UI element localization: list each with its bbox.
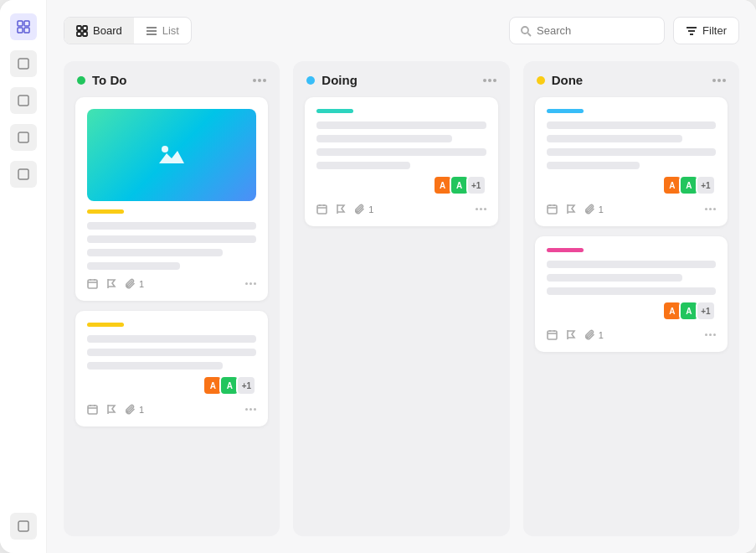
column-title-todo: To Do: [92, 73, 126, 87]
card-tag: [87, 209, 124, 214]
column-menu-done[interactable]: [712, 79, 726, 82]
avatars: A A +1: [87, 375, 256, 395]
card-doing-1[interactable]: A A +1: [305, 97, 497, 226]
status-dot-doing: [306, 76, 315, 85]
card-more-menu[interactable]: [476, 208, 486, 210]
card-footer: 1: [547, 329, 716, 340]
attachment-icon: [126, 278, 136, 289]
flag-icon-wrap[interactable]: [106, 278, 117, 289]
flag-icon: [566, 329, 577, 340]
card-todo-2[interactable]: A A +1: [75, 311, 268, 426]
attachment-icon-wrap[interactable]: 1: [126, 404, 144, 415]
text-line: [87, 222, 256, 230]
attachment-icon: [585, 204, 596, 214]
card-icons: 1: [316, 204, 373, 214]
toolbar-right: Filter: [509, 17, 739, 44]
sidebar-icon-layout[interactable]: [10, 13, 37, 40]
column-doing: Doing A A +1: [293, 61, 509, 536]
text-line: [316, 135, 452, 142]
column-done: Done A A +1: [523, 61, 739, 536]
status-dot-todo: [77, 76, 85, 85]
card-icons: 1: [547, 329, 604, 340]
card-footer: 1: [316, 204, 486, 214]
column-title-done: Done: [552, 73, 584, 87]
filter-icon: [686, 25, 697, 37]
view-toggle: Board List: [64, 17, 192, 44]
svg-rect-30: [317, 205, 327, 214]
sidebar-icon-bottom[interactable]: [10, 513, 37, 540]
text-line: [87, 249, 223, 256]
svg-rect-22: [88, 280, 97, 288]
card-more-menu[interactable]: [705, 333, 716, 336]
svg-rect-2: [18, 28, 23, 33]
svg-point-16: [522, 27, 528, 34]
card-footer: 1: [87, 404, 256, 415]
svg-rect-38: [548, 331, 557, 339]
svg-rect-3: [24, 28, 29, 33]
sidebar-icon-3[interactable]: [10, 124, 37, 151]
svg-rect-5: [18, 96, 28, 106]
flag-icon-wrap[interactable]: [566, 204, 577, 214]
avatar-plus: +1: [466, 175, 486, 195]
search-box[interactable]: [509, 17, 665, 44]
card-done-2[interactable]: A A +1: [535, 236, 728, 352]
calendar-icon-wrap[interactable]: [547, 329, 558, 340]
svg-rect-34: [548, 205, 557, 214]
sidebar: [0, 0, 47, 553]
sidebar-icon-4[interactable]: [10, 161, 37, 188]
calendar-icon-wrap[interactable]: [87, 404, 98, 415]
card-image: [87, 109, 256, 201]
text-line: [547, 274, 682, 282]
calendar-icon: [547, 329, 558, 340]
sidebar-icon-1[interactable]: [10, 50, 37, 77]
svg-rect-0: [18, 21, 23, 26]
text-line: [87, 235, 256, 243]
flag-icon-wrap[interactable]: [106, 404, 117, 415]
main-content: Board List Filter: [47, 0, 756, 553]
app-container: Board List Filter: [0, 0, 756, 553]
filter-button[interactable]: Filter: [673, 17, 739, 44]
attachment-icon-wrap[interactable]: 1: [585, 329, 604, 340]
flag-icon-wrap[interactable]: [336, 204, 347, 214]
card-more-menu[interactable]: [705, 208, 716, 210]
card-more-menu[interactable]: [245, 408, 256, 411]
text-line: [87, 349, 256, 356]
svg-rect-1: [24, 21, 29, 26]
search-input[interactable]: [537, 24, 654, 37]
calendar-icon-wrap[interactable]: [316, 204, 327, 214]
column-todo: To Do: [64, 61, 280, 536]
text-line: [316, 121, 486, 129]
list-view-button[interactable]: List: [134, 18, 191, 44]
svg-rect-7: [18, 169, 28, 179]
attachment-icon: [585, 329, 596, 340]
attachment-icon-wrap[interactable]: 1: [585, 204, 604, 214]
card-tag: [547, 109, 584, 113]
text-line: [547, 287, 716, 295]
card-tag: [547, 248, 584, 252]
column-header-doing: Doing: [305, 73, 497, 87]
card-todo-1[interactable]: 1: [75, 97, 268, 301]
sidebar-icon-2[interactable]: [10, 87, 37, 114]
card-done-1[interactable]: A A +1: [535, 97, 728, 226]
column-menu-todo[interactable]: [253, 79, 266, 82]
text-line: [547, 135, 682, 142]
column-menu-doing[interactable]: [483, 79, 496, 82]
card-icons: 1: [547, 204, 604, 214]
text-line: [547, 148, 716, 156]
board-view-button[interactable]: Board: [64, 18, 134, 44]
flag-icon-wrap[interactable]: [566, 329, 577, 340]
card-more-menu[interactable]: [245, 282, 256, 285]
card-icons: 1: [87, 404, 144, 415]
calendar-icon: [87, 404, 98, 415]
calendar-icon-wrap[interactable]: [547, 204, 558, 214]
calendar-icon: [316, 204, 327, 214]
board: To Do: [64, 61, 739, 536]
calendar-icon: [87, 278, 98, 289]
svg-rect-8: [18, 521, 28, 531]
svg-point-21: [162, 146, 168, 152]
attachment-icon-wrap[interactable]: 1: [355, 204, 373, 214]
flag-icon: [106, 278, 117, 289]
calendar-icon-wrap[interactable]: [87, 278, 98, 289]
calendar-icon: [547, 204, 558, 214]
attachment-icon-wrap[interactable]: 1: [126, 278, 144, 289]
